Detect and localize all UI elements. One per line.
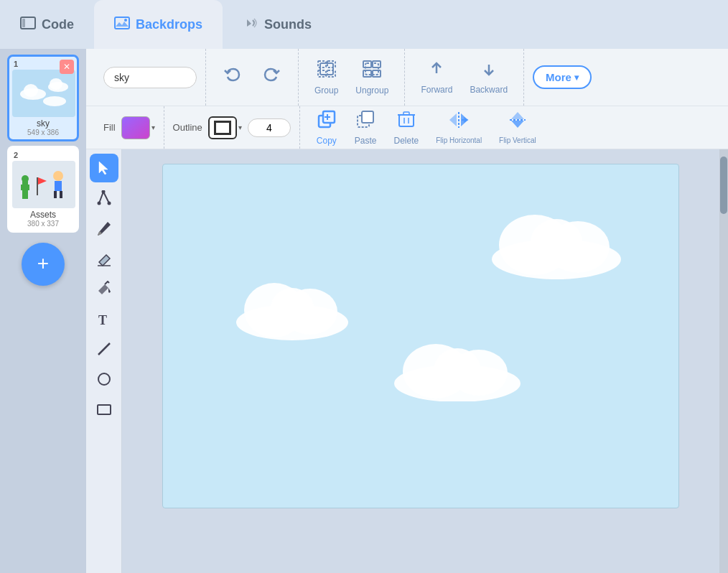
tab-bar: Code Backdrops Sounds xyxy=(0,0,728,49)
redo-button[interactable] xyxy=(253,63,289,92)
svg-point-9 xyxy=(50,78,62,90)
code-icon xyxy=(20,17,36,33)
group-icon xyxy=(317,60,337,83)
svg-point-7 xyxy=(24,84,38,97)
tool-reshape[interactable] xyxy=(90,184,118,213)
backdrop-label-assets: Assets xyxy=(12,210,74,220)
svg-rect-27 xyxy=(363,61,371,67)
toolbar-row2: Fill ▾ Outline ▾ xyxy=(86,106,728,149)
undo-icon xyxy=(223,67,242,88)
svg-rect-19 xyxy=(55,181,62,191)
svg-marker-4 xyxy=(247,19,251,27)
copy-button[interactable]: Copy xyxy=(309,106,345,150)
tool-select[interactable] xyxy=(90,154,118,182)
sounds-icon xyxy=(243,17,258,33)
canvas-scrollbar[interactable] xyxy=(719,149,728,573)
paste-icon xyxy=(356,110,375,133)
name-section xyxy=(95,49,206,106)
toolbar-row1: Group Ungroup xyxy=(86,49,728,106)
svg-line-55 xyxy=(98,343,110,355)
delete-button[interactable]: Delete xyxy=(387,106,426,150)
flip-horizontal-button[interactable]: Flip Horizontal xyxy=(429,106,489,149)
backdrop-item-assets[interactable]: 2 Assets xyxy=(7,146,79,233)
tab-backdrops-label: Backdrops xyxy=(136,17,202,32)
flip-vertical-button[interactable]: Flip Vertical xyxy=(492,106,543,149)
editor-area: Group Ungroup xyxy=(86,49,728,573)
flip-horizontal-label: Flip Horizontal xyxy=(436,136,482,144)
svg-marker-48 xyxy=(511,112,524,119)
flip-vertical-label: Flip Vertical xyxy=(499,136,536,144)
tool-rect[interactable] xyxy=(90,395,118,424)
tool-text[interactable]: T xyxy=(90,304,118,333)
svg-rect-23 xyxy=(327,61,335,67)
scrollbar-thumb[interactable] xyxy=(720,157,727,214)
backdrop-delete-sky[interactable]: ✕ xyxy=(60,60,74,74)
svg-rect-28 xyxy=(373,61,381,67)
svg-rect-3 xyxy=(115,17,129,29)
more-button[interactable]: More ▾ xyxy=(533,65,592,89)
backdrop-number-1: 1 xyxy=(14,60,18,68)
svg-point-15 xyxy=(22,175,29,182)
tab-backdrops[interactable]: Backdrops xyxy=(94,0,223,49)
paste-button[interactable]: Paste xyxy=(347,106,384,150)
outline-color-swatch[interactable] xyxy=(208,116,237,139)
outline-section: Outline ▾ xyxy=(164,106,300,149)
more-chevron-icon: ▾ xyxy=(574,73,579,83)
svg-point-10 xyxy=(43,96,66,106)
backdrops-icon xyxy=(114,17,130,33)
ungroup-icon xyxy=(362,60,382,83)
group-label: Group xyxy=(314,85,338,96)
tool-line[interactable] xyxy=(90,335,118,363)
fill-color-swatch[interactable] xyxy=(121,116,150,139)
svg-rect-22 xyxy=(318,61,326,67)
ungroup-button[interactable]: Ungroup xyxy=(348,55,396,100)
tab-code[interactable]: Code xyxy=(0,0,94,49)
svg-rect-24 xyxy=(318,70,326,77)
fill-section: Fill ▾ xyxy=(95,106,164,149)
svg-rect-13 xyxy=(21,185,29,190)
fill-dropdown-arrow[interactable]: ▾ xyxy=(151,124,155,131)
backdrop-item-sky[interactable]: 1 ✕ sky 549 x 386 xyxy=(7,55,79,141)
main-area: 1 ✕ sky 549 x 386 2 xyxy=(0,49,728,573)
backdrop-label-sky: sky xyxy=(12,118,74,129)
svg-rect-1 xyxy=(22,19,25,27)
forward-button[interactable]: Forward xyxy=(414,56,459,99)
tab-sounds[interactable]: Sounds xyxy=(223,0,332,49)
svg-rect-38 xyxy=(399,115,414,126)
tool-fill[interactable] xyxy=(90,274,118,303)
canvas-wrapper[interactable] xyxy=(122,149,719,573)
drawing-canvas[interactable] xyxy=(162,164,679,508)
forward-label: Forward xyxy=(421,85,452,95)
tool-brush[interactable] xyxy=(90,214,118,243)
tool-eraser[interactable] xyxy=(90,244,118,273)
svg-point-51 xyxy=(107,202,111,205)
svg-text:T: T xyxy=(98,313,107,327)
backward-icon xyxy=(480,60,498,82)
add-backdrop-button[interactable]: + xyxy=(22,243,65,286)
outline-dropdown-arrow[interactable]: ▾ xyxy=(238,124,242,131)
backdrop-preview-assets xyxy=(12,161,75,208)
more-section: More ▾ xyxy=(524,49,600,106)
backward-button[interactable]: Backward xyxy=(462,56,515,99)
delete-icon xyxy=(397,110,416,133)
undo-button[interactable] xyxy=(215,63,251,92)
paste-label: Paste xyxy=(355,136,377,146)
svg-marker-49 xyxy=(511,121,524,128)
stroke-width-input[interactable] xyxy=(248,118,291,137)
cloud-2 xyxy=(485,208,628,282)
svg-rect-30 xyxy=(373,70,381,77)
backdrop-name-input[interactable] xyxy=(103,67,197,88)
redo-icon xyxy=(262,67,281,88)
group-section: Group Ungroup xyxy=(299,49,405,106)
copy-label: Copy xyxy=(317,136,337,146)
backdrop-size-sky: 549 x 386 xyxy=(12,129,74,136)
svg-rect-40 xyxy=(403,112,409,115)
tab-sounds-label: Sounds xyxy=(264,17,312,32)
svg-point-56 xyxy=(98,373,110,385)
svg-point-65 xyxy=(531,219,582,265)
group-button[interactable]: Group xyxy=(307,55,345,100)
svg-rect-16 xyxy=(37,177,38,195)
tool-circle[interactable] xyxy=(90,365,118,393)
cloud-3 xyxy=(386,337,529,404)
delete-label: Delete xyxy=(394,136,419,146)
